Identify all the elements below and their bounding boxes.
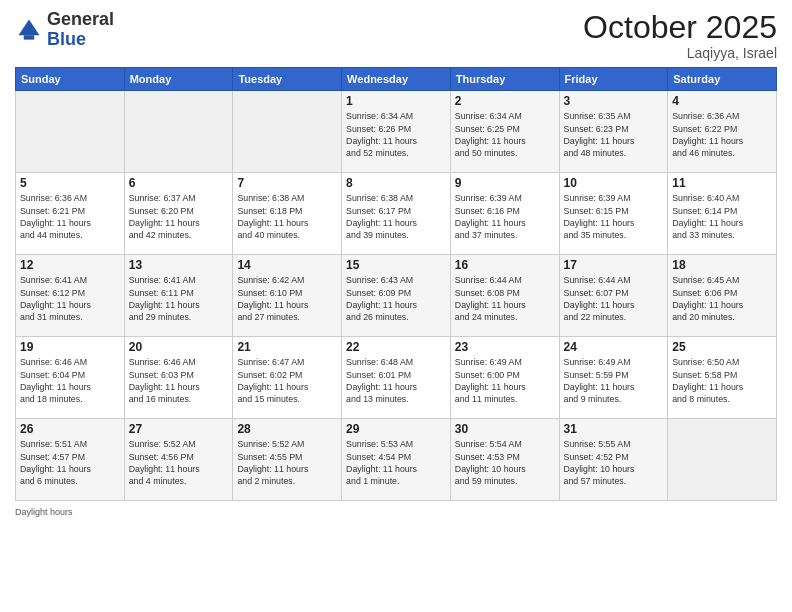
day-number: 20 [129,340,229,354]
table-row: 27Sunrise: 5:52 AM Sunset: 4:56 PM Dayli… [124,419,233,501]
table-row: 22Sunrise: 6:48 AM Sunset: 6:01 PM Dayli… [342,337,451,419]
table-row: 15Sunrise: 6:43 AM Sunset: 6:09 PM Dayli… [342,255,451,337]
day-number: 3 [564,94,664,108]
day-info: Sunrise: 6:37 AM Sunset: 6:20 PM Dayligh… [129,192,229,241]
day-info: Sunrise: 5:53 AM Sunset: 4:54 PM Dayligh… [346,438,446,487]
day-number: 29 [346,422,446,436]
day-info: Sunrise: 5:54 AM Sunset: 4:53 PM Dayligh… [455,438,555,487]
header-monday: Monday [124,68,233,91]
day-number: 11 [672,176,772,190]
day-number: 21 [237,340,337,354]
day-number: 22 [346,340,446,354]
table-row: 25Sunrise: 6:50 AM Sunset: 5:58 PM Dayli… [668,337,777,419]
day-info: Sunrise: 6:50 AM Sunset: 5:58 PM Dayligh… [672,356,772,405]
day-info: Sunrise: 6:49 AM Sunset: 6:00 PM Dayligh… [455,356,555,405]
logo-icon [15,16,43,44]
day-info: Sunrise: 6:46 AM Sunset: 6:04 PM Dayligh… [20,356,120,405]
table-row: 1Sunrise: 6:34 AM Sunset: 6:26 PM Daylig… [342,91,451,173]
day-info: Sunrise: 6:49 AM Sunset: 5:59 PM Dayligh… [564,356,664,405]
header-thursday: Thursday [450,68,559,91]
day-number: 24 [564,340,664,354]
day-info: Sunrise: 6:38 AM Sunset: 6:18 PM Dayligh… [237,192,337,241]
day-number: 13 [129,258,229,272]
header-friday: Friday [559,68,668,91]
table-row: 24Sunrise: 6:49 AM Sunset: 5:59 PM Dayli… [559,337,668,419]
day-number: 12 [20,258,120,272]
day-info: Sunrise: 6:34 AM Sunset: 6:25 PM Dayligh… [455,110,555,159]
day-info: Sunrise: 5:52 AM Sunset: 4:56 PM Dayligh… [129,438,229,487]
title-block: October 2025 Laqiyya, Israel [583,10,777,61]
calendar-week-row: 5Sunrise: 6:36 AM Sunset: 6:21 PM Daylig… [16,173,777,255]
calendar-week-row: 12Sunrise: 6:41 AM Sunset: 6:12 PM Dayli… [16,255,777,337]
table-row [16,91,125,173]
table-row: 16Sunrise: 6:44 AM Sunset: 6:08 PM Dayli… [450,255,559,337]
day-info: Sunrise: 5:55 AM Sunset: 4:52 PM Dayligh… [564,438,664,487]
day-number: 30 [455,422,555,436]
day-number: 7 [237,176,337,190]
day-number: 23 [455,340,555,354]
day-info: Sunrise: 6:36 AM Sunset: 6:22 PM Dayligh… [672,110,772,159]
header-wednesday: Wednesday [342,68,451,91]
day-info: Sunrise: 6:40 AM Sunset: 6:14 PM Dayligh… [672,192,772,241]
day-number: 15 [346,258,446,272]
month-title: October 2025 [583,10,777,45]
day-info: Sunrise: 5:51 AM Sunset: 4:57 PM Dayligh… [20,438,120,487]
table-row [233,91,342,173]
location-subtitle: Laqiyya, Israel [583,45,777,61]
day-number: 8 [346,176,446,190]
table-row: 11Sunrise: 6:40 AM Sunset: 6:14 PM Dayli… [668,173,777,255]
day-number: 18 [672,258,772,272]
day-info: Sunrise: 6:41 AM Sunset: 6:11 PM Dayligh… [129,274,229,323]
day-number: 27 [129,422,229,436]
table-row: 23Sunrise: 6:49 AM Sunset: 6:00 PM Dayli… [450,337,559,419]
day-number: 4 [672,94,772,108]
day-info: Sunrise: 6:42 AM Sunset: 6:10 PM Dayligh… [237,274,337,323]
day-info: Sunrise: 6:43 AM Sunset: 6:09 PM Dayligh… [346,274,446,323]
day-info: Sunrise: 6:39 AM Sunset: 6:16 PM Dayligh… [455,192,555,241]
table-row: 6Sunrise: 6:37 AM Sunset: 6:20 PM Daylig… [124,173,233,255]
calendar-week-row: 19Sunrise: 6:46 AM Sunset: 6:04 PM Dayli… [16,337,777,419]
day-number: 1 [346,94,446,108]
day-number: 28 [237,422,337,436]
day-number: 17 [564,258,664,272]
table-row: 26Sunrise: 5:51 AM Sunset: 4:57 PM Dayli… [16,419,125,501]
calendar-week-row: 26Sunrise: 5:51 AM Sunset: 4:57 PM Dayli… [16,419,777,501]
day-number: 5 [20,176,120,190]
day-number: 10 [564,176,664,190]
footer-note: Daylight hours [15,507,777,517]
table-row: 3Sunrise: 6:35 AM Sunset: 6:23 PM Daylig… [559,91,668,173]
table-row: 10Sunrise: 6:39 AM Sunset: 6:15 PM Dayli… [559,173,668,255]
day-info: Sunrise: 6:45 AM Sunset: 6:06 PM Dayligh… [672,274,772,323]
table-row: 18Sunrise: 6:45 AM Sunset: 6:06 PM Dayli… [668,255,777,337]
logo: General Blue [15,10,114,50]
table-row: 20Sunrise: 6:46 AM Sunset: 6:03 PM Dayli… [124,337,233,419]
day-info: Sunrise: 6:44 AM Sunset: 6:08 PM Dayligh… [455,274,555,323]
header-saturday: Saturday [668,68,777,91]
table-row: 31Sunrise: 5:55 AM Sunset: 4:52 PM Dayli… [559,419,668,501]
logo-general-text: General [47,9,114,29]
day-info: Sunrise: 6:48 AM Sunset: 6:01 PM Dayligh… [346,356,446,405]
table-row: 8Sunrise: 6:38 AM Sunset: 6:17 PM Daylig… [342,173,451,255]
day-info: Sunrise: 6:38 AM Sunset: 6:17 PM Dayligh… [346,192,446,241]
day-info: Sunrise: 5:52 AM Sunset: 4:55 PM Dayligh… [237,438,337,487]
table-row: 5Sunrise: 6:36 AM Sunset: 6:21 PM Daylig… [16,173,125,255]
svg-rect-1 [24,35,35,39]
header: General Blue October 2025 Laqiyya, Israe… [15,10,777,61]
header-sunday: Sunday [16,68,125,91]
day-number: 9 [455,176,555,190]
day-info: Sunrise: 6:46 AM Sunset: 6:03 PM Dayligh… [129,356,229,405]
logo-blue-text: Blue [47,29,86,49]
day-info: Sunrise: 6:44 AM Sunset: 6:07 PM Dayligh… [564,274,664,323]
table-row: 9Sunrise: 6:39 AM Sunset: 6:16 PM Daylig… [450,173,559,255]
daylight-hours-label: Daylight hours [15,507,73,517]
table-row: 13Sunrise: 6:41 AM Sunset: 6:11 PM Dayli… [124,255,233,337]
table-row: 21Sunrise: 6:47 AM Sunset: 6:02 PM Dayli… [233,337,342,419]
day-number: 16 [455,258,555,272]
header-tuesday: Tuesday [233,68,342,91]
calendar-week-row: 1Sunrise: 6:34 AM Sunset: 6:26 PM Daylig… [16,91,777,173]
day-info: Sunrise: 6:35 AM Sunset: 6:23 PM Dayligh… [564,110,664,159]
table-row: 17Sunrise: 6:44 AM Sunset: 6:07 PM Dayli… [559,255,668,337]
day-info: Sunrise: 6:41 AM Sunset: 6:12 PM Dayligh… [20,274,120,323]
day-number: 31 [564,422,664,436]
calendar-header-row: Sunday Monday Tuesday Wednesday Thursday… [16,68,777,91]
